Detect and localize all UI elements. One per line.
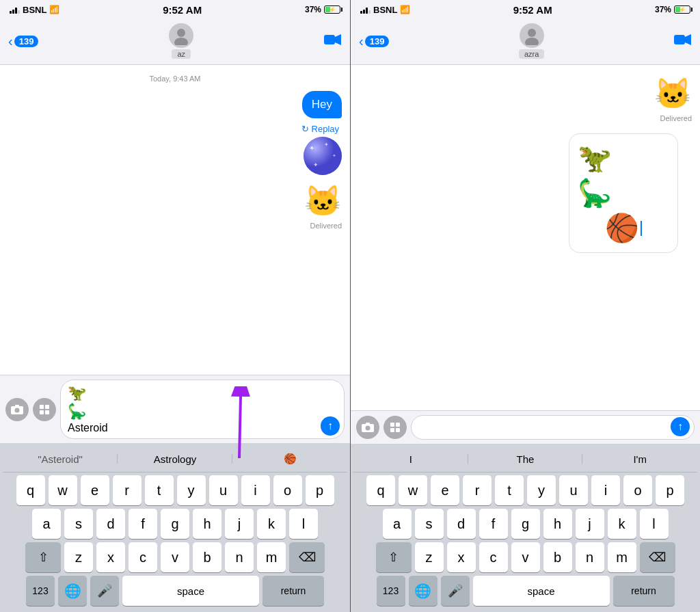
return-right[interactable]: return: [613, 576, 675, 606]
key-m-right[interactable]: m: [608, 542, 636, 572]
key-w-left[interactable]: w: [49, 475, 77, 505]
key-i-right[interactable]: i: [591, 475, 620, 505]
key-m-left[interactable]: m: [257, 542, 286, 572]
key-x-right[interactable]: x: [447, 542, 476, 572]
autocomplete-i[interactable]: I: [353, 452, 468, 466]
back-count-right[interactable]: 139: [365, 36, 390, 47]
key-e-left[interactable]: e: [81, 475, 109, 505]
delete-left[interactable]: ⌫: [289, 542, 325, 572]
key-d-right[interactable]: d: [447, 509, 476, 539]
key-d-left[interactable]: d: [96, 509, 125, 539]
autocomplete-astrology[interactable]: Astrology: [118, 452, 232, 466]
key-e-right[interactable]: e: [431, 475, 459, 505]
key-v-left[interactable]: v: [161, 542, 189, 572]
key-n-left[interactable]: n: [225, 542, 254, 572]
apps-btn-right[interactable]: [383, 416, 407, 439]
num-key-right[interactable]: 123: [377, 576, 405, 606]
key-h-left[interactable]: h: [193, 509, 221, 539]
input-field-right[interactable]: ↑: [411, 415, 695, 440]
apps-btn-left[interactable]: [33, 398, 56, 421]
key-b-left[interactable]: b: [193, 542, 221, 572]
globe-key-right[interactable]: 🌐: [409, 576, 438, 606]
bottom-row-right: 123 🌐 🎤 space return: [355, 576, 696, 606]
key-y-left[interactable]: y: [177, 475, 206, 505]
battery-bolt-right: ⚡: [675, 7, 690, 13]
delete-right[interactable]: ⌫: [640, 542, 675, 572]
autocomplete-asteroid[interactable]: "Asteroid": [3, 452, 118, 466]
shift-right[interactable]: ⇧: [376, 542, 412, 572]
camera-btn-right[interactable]: [356, 416, 379, 439]
key-p-left[interactable]: p: [306, 475, 334, 505]
key-k-right[interactable]: k: [608, 509, 636, 539]
key-l-right[interactable]: l: [640, 509, 669, 539]
input-bar-right: ↑: [351, 410, 700, 444]
key-q-left[interactable]: q: [16, 475, 45, 505]
globe-key-left[interactable]: 🌐: [58, 576, 87, 606]
video-call-left[interactable]: [324, 32, 342, 50]
autocomplete-im[interactable]: I'm: [582, 452, 697, 466]
num-key-left[interactable]: 123: [26, 576, 55, 606]
key-w-right[interactable]: w: [399, 475, 427, 505]
key-t-left[interactable]: t: [145, 475, 174, 505]
key-g-left[interactable]: g: [161, 509, 189, 539]
key-i-left[interactable]: i: [241, 475, 270, 505]
key-x-left[interactable]: x: [96, 542, 125, 572]
key-v-right[interactable]: v: [511, 542, 540, 572]
status-right-left: 37% ⚡: [305, 5, 340, 14]
shift-left[interactable]: ⇧: [25, 542, 61, 572]
key-b-right[interactable]: b: [543, 542, 572, 572]
back-button-right[interactable]: ‹ 139: [359, 34, 389, 48]
input-field-left[interactable]: 🦖🦕 Asteroid ↑: [60, 380, 345, 439]
key-z-left[interactable]: z: [64, 542, 93, 572]
back-count-left[interactable]: 139: [14, 36, 39, 47]
video-call-right[interactable]: [674, 32, 692, 50]
key-f-right[interactable]: f: [479, 509, 508, 539]
key-p-right[interactable]: p: [656, 475, 684, 505]
return-left[interactable]: return: [262, 576, 324, 606]
key-n-right[interactable]: n: [576, 542, 604, 572]
key-r-right[interactable]: r: [463, 475, 492, 505]
key-o-right[interactable]: o: [623, 475, 652, 505]
key-h-right[interactable]: h: [543, 509, 572, 539]
key-j-left[interactable]: j: [225, 509, 254, 539]
mic-key-right[interactable]: 🎤: [441, 576, 470, 606]
autocomplete-the[interactable]: The: [468, 452, 583, 466]
key-s-right[interactable]: s: [415, 509, 444, 539]
key-u-left[interactable]: u: [209, 475, 238, 505]
mic-key-left[interactable]: 🎤: [90, 576, 119, 606]
key-o-left[interactable]: o: [273, 475, 302, 505]
key-t-right[interactable]: t: [495, 475, 524, 505]
svg-rect-28: [396, 428, 400, 432]
battery-bolt-left: ⚡: [325, 7, 340, 13]
key-k-left[interactable]: k: [257, 509, 286, 539]
replay-btn[interactable]: ↻ Replay: [8, 124, 339, 134]
key-g-right[interactable]: g: [511, 509, 540, 539]
key-u-right[interactable]: u: [559, 475, 588, 505]
key-j-right[interactable]: j: [576, 509, 604, 539]
key-c-right[interactable]: c: [479, 542, 508, 572]
space-right[interactable]: space: [473, 576, 610, 606]
time-left: 9:52 AM: [163, 4, 202, 16]
nav-center-right[interactable]: azra: [519, 23, 544, 59]
space-left[interactable]: space: [122, 576, 259, 606]
key-q-right[interactable]: q: [366, 475, 395, 505]
back-button-left[interactable]: ‹ 139: [8, 34, 38, 48]
key-c-left[interactable]: c: [129, 542, 157, 572]
input-text-left[interactable]: Asteroid: [68, 422, 317, 434]
send-btn-left[interactable]: ↑: [321, 416, 340, 436]
key-r-left[interactable]: r: [113, 475, 142, 505]
svg-text:✦: ✦: [313, 161, 319, 168]
key-f-left[interactable]: f: [129, 509, 157, 539]
autocomplete-basketball[interactable]: 🏀: [232, 451, 347, 466]
nav-center-left[interactable]: az: [169, 23, 193, 59]
camera-btn-left[interactable]: [5, 398, 29, 421]
svg-text:✦: ✦: [332, 153, 336, 158]
key-row-1-left: q w e r t y u i o p: [4, 475, 346, 505]
key-a-right[interactable]: a: [383, 509, 412, 539]
key-a-left[interactable]: a: [32, 509, 61, 539]
key-s-left[interactable]: s: [64, 509, 93, 539]
key-y-right[interactable]: y: [527, 475, 556, 505]
send-btn-right[interactable]: ↑: [671, 417, 690, 436]
key-z-right[interactable]: z: [415, 542, 444, 572]
key-l-left[interactable]: l: [289, 509, 318, 539]
